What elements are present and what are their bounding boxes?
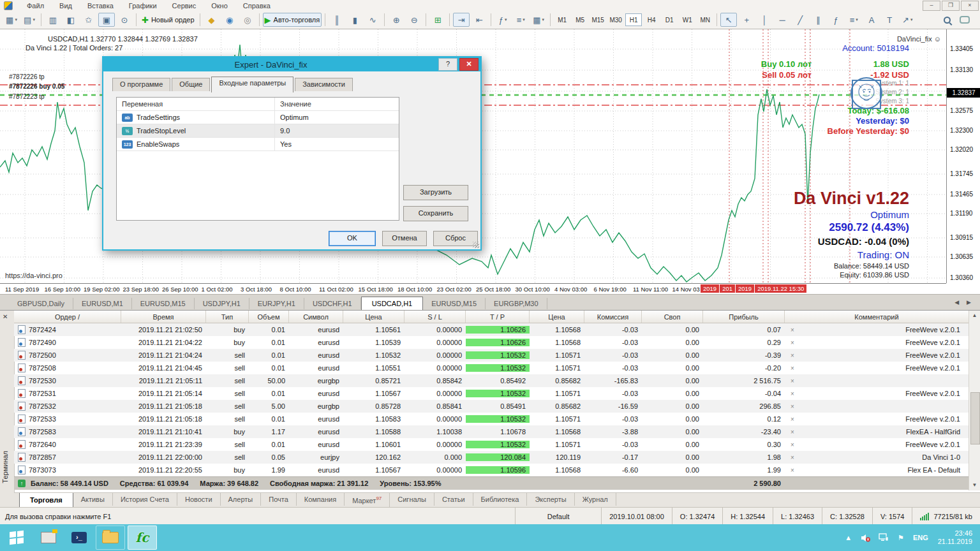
timeframe-mn[interactable]: MN	[697, 13, 713, 26]
terminal-tab-6[interactable]: Компания	[297, 493, 345, 506]
column-header-7[interactable]: T / P	[466, 311, 530, 323]
column-header-5[interactable]: Цена	[343, 311, 405, 323]
signals-button[interactable]: ◎	[239, 13, 256, 27]
vertical-line-button[interactable]: │	[756, 13, 773, 27]
taskbar-file-explorer[interactable]	[96, 525, 125, 550]
data-window-button[interactable]: ◧	[63, 13, 79, 27]
taskbar-clock[interactable]: 23:46 21.11.2019	[938, 529, 972, 546]
close-order-button[interactable]: ×	[785, 416, 800, 423]
menu-item-2[interactable]: Вставка	[80, 1, 121, 10]
navigator-button[interactable]: ✩	[80, 13, 97, 27]
param-row[interactable]: ½TradeStopLevel9.0	[117, 124, 399, 138]
terminal-tab-4[interactable]: Алерты	[221, 493, 262, 506]
param-row[interactable]: 123EnableSwapsYes	[117, 138, 399, 151]
line-chart-button[interactable]: ∿	[364, 13, 381, 27]
column-header-1[interactable]: Время	[121, 311, 206, 323]
text-button[interactable]: A	[863, 13, 880, 27]
taskbar-server-manager[interactable]	[34, 526, 63, 549]
templates-button[interactable]: ▦▾	[530, 13, 547, 27]
new-chart-button[interactable]: ▦▾	[3, 13, 20, 27]
dialog-close-button[interactable]: ✕	[459, 58, 479, 71]
terminal-tab-10[interactable]: Библиотека	[473, 493, 528, 506]
chart-tab-eurjpy-h1[interactable]: EURJPY,H1	[249, 298, 304, 309]
timeframe-m30[interactable]: M30	[607, 13, 624, 26]
taskbar-metatrader[interactable]: fc	[128, 525, 157, 550]
column-header-4[interactable]: Символ	[289, 311, 343, 323]
zoom-in-button[interactable]: ⊕	[388, 13, 405, 27]
order-row[interactable]: 78725082019.11.21 21:04:45sell0.01eurusd…	[14, 362, 969, 374]
menu-item-6[interactable]: Справка	[235, 1, 278, 10]
chart-tab-eurusd-m15[interactable]: EURUSD,M15	[423, 298, 486, 309]
volume-muted-icon[interactable]	[861, 534, 870, 541]
trendline-button[interactable]: ╱	[792, 13, 808, 27]
column-header-6[interactable]: S / L	[405, 311, 466, 323]
dialog-resize-grip[interactable]	[473, 242, 479, 248]
dialog-tab-1[interactable]: Общие	[172, 78, 210, 91]
terminal-close-icon[interactable]: ✕	[3, 313, 8, 320]
menu-item-3[interactable]: Графики	[121, 1, 165, 10]
close-order-button[interactable]: ×	[785, 339, 800, 346]
terminal-tab-11[interactable]: Эксперты	[527, 493, 574, 506]
order-row[interactable]: 78725002019.11.21 21:04:24sell0.01eurusd…	[14, 349, 969, 362]
param-row[interactable]: abTradeSettingsOptimum	[117, 111, 399, 124]
close-button[interactable]: ×	[961, 1, 979, 11]
reset-button[interactable]: Сброс	[433, 231, 478, 246]
close-order-button[interactable]: ×	[785, 352, 800, 359]
terminal-tab-3[interactable]: Новости	[177, 493, 221, 506]
terminal-tab-2[interactable]: История Счета	[113, 493, 177, 506]
minimize-button[interactable]: –	[923, 1, 940, 11]
menu-item-1[interactable]: Вид	[52, 1, 80, 10]
close-order-button[interactable]: ×	[785, 403, 800, 410]
timeframe-h1[interactable]: H1	[625, 13, 642, 26]
dialog-tab-3[interactable]: Зависимости	[295, 78, 353, 91]
order-row[interactable]: 78728572019.11.21 22:00:00sell0.05eurjpy…	[14, 451, 969, 464]
cancel-button[interactable]: Отмена	[382, 231, 427, 246]
objects-list-button[interactable]: ≡▾	[845, 13, 862, 27]
close-order-button[interactable]: ×	[785, 429, 800, 436]
scroll-up-icon[interactable]: ▲	[969, 311, 980, 321]
terminal-tab-7[interactable]: Маркет97	[345, 493, 390, 507]
chart-tab-gbpusd-daily[interactable]: GBPUSD,Daily	[9, 298, 73, 309]
dialog-help-button[interactable]: ?	[438, 58, 457, 71]
fibonacci-button[interactable]: ƒ	[828, 13, 844, 27]
order-row[interactable]: 78725302019.11.21 21:05:11sell50.00eurgb…	[14, 374, 969, 387]
close-order-button[interactable]: ×	[785, 454, 800, 461]
order-row[interactable]: 78730732019.11.21 22:20:55buy1.99eurusd1…	[14, 464, 969, 476]
param-value[interactable]: Optimum	[275, 114, 399, 121]
timeframe-m1[interactable]: M1	[554, 13, 570, 26]
terminal-scrollbar[interactable]: ▲ ▼	[969, 311, 980, 490]
dialog-titlebar[interactable]: Expert - DaVinci_fix ? ✕	[103, 57, 480, 71]
text-label-button[interactable]: T	[881, 13, 898, 27]
chart-tab-usdchf-h1[interactable]: USDCHF,H1	[304, 298, 361, 309]
close-order-button[interactable]: ×	[785, 365, 800, 372]
order-row[interactable]: 78725322019.11.21 21:05:18sell5.00eurgbp…	[14, 400, 969, 413]
column-header-12[interactable]: Комментарий	[785, 311, 969, 323]
save-button[interactable]: Сохранить	[403, 206, 468, 221]
close-order-button[interactable]: ×	[785, 378, 800, 385]
timeframe-d1[interactable]: D1	[661, 13, 678, 26]
terminal-button[interactable]: ▣	[98, 13, 115, 27]
periods-button[interactable]: ≡▾	[512, 13, 529, 27]
ok-button[interactable]: OK	[329, 231, 376, 246]
terminal-tab-5[interactable]: Почта	[261, 493, 297, 506]
timeframe-h4[interactable]: H4	[643, 13, 660, 26]
order-row[interactable]: 78726402019.11.21 21:23:39sell0.01eurusd…	[14, 438, 969, 451]
new-order-button[interactable]: ✚Новый ордер	[140, 13, 197, 27]
close-order-button[interactable]: ×	[785, 467, 800, 474]
order-row[interactable]: 78725832019.11.21 21:10:41buy1.17eurusd1…	[14, 425, 969, 438]
restore-button[interactable]: ❐	[942, 1, 960, 11]
column-header-2[interactable]: Тип	[206, 311, 249, 323]
tray-expand-icon[interactable]: ▲	[845, 534, 852, 541]
param-value[interactable]: 9.0	[275, 127, 399, 135]
dialog-tab-0[interactable]: О программе	[112, 78, 170, 91]
bar-chart-button[interactable]: ║	[329, 13, 345, 27]
tile-windows-button[interactable]: ⊞	[429, 13, 446, 27]
menu-item-0[interactable]: Файл	[19, 1, 52, 10]
terminal-tab-0[interactable]: Торговля	[19, 493, 73, 508]
taskbar-powershell[interactable]: ›_	[65, 526, 93, 549]
chart-shift-button[interactable]: ⇤	[471, 13, 487, 27]
indicators-button[interactable]: ƒ▾	[494, 13, 511, 27]
start-button[interactable]	[0, 524, 33, 551]
terminal-tab-8[interactable]: Сигналы	[390, 493, 434, 506]
param-value[interactable]: Yes	[275, 140, 399, 148]
